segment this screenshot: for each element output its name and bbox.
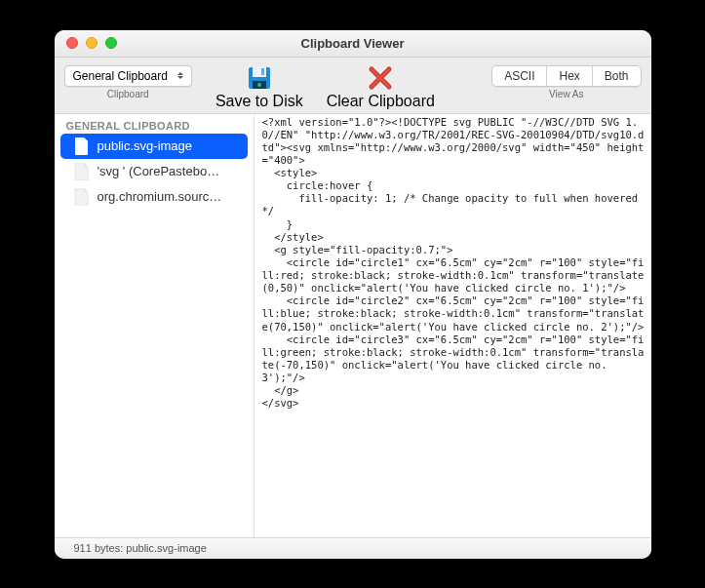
clear-caption: Clear Clipboard [327,93,435,110]
viewas-both[interactable]: Both [592,66,641,86]
file-icon [74,188,90,206]
sidebar-item-label: org.chromium.sourc… [98,189,222,204]
x-icon [366,63,395,93]
sidebar-item-chromium-source[interactable]: org.chromium.sourc… [60,184,248,210]
window-title: Clipboard Viewer [55,36,651,51]
status-text: 911 bytes: public.svg-image [74,542,207,554]
viewas-segmented: ASCII Hex Both [491,65,641,87]
viewas-hex[interactable]: Hex [546,66,591,86]
clipboard-dropdown-value: General Clipboard [73,69,168,83]
clipboard-dropdown-caption: Clipboard [107,89,149,99]
viewas-group: ASCII Hex Both View As [491,61,641,99]
sidebar-item-label: public.svg-image [98,138,193,153]
chevron-updown-icon [174,72,187,79]
save-caption: Save to Disk [215,93,303,110]
svg-point-4 [257,83,261,87]
sidebar-item-public-svg[interactable]: public.svg-image [60,134,248,159]
save-to-disk-button[interactable]: Save to Disk [215,61,303,110]
clipboard-selector-group: General Clipboard Clipboard [64,61,192,99]
titlebar: Clipboard Viewer [55,30,651,58]
content-viewer[interactable]: <?xml version="1.0"?><!DOCTYPE svg PUBLI… [255,114,651,537]
file-icon [74,137,90,155]
file-icon [74,163,90,180]
viewas-caption: View As [549,89,583,99]
sidebar: GENERAL CLIPBOARD public.svg-image 'svg … [55,114,255,537]
toolbar: General Clipboard Clipboard Save to Disk [55,58,651,114]
sidebar-section-header: GENERAL CLIPBOARD [55,116,254,134]
floppy-disk-icon [245,63,274,93]
clipboard-dropdown[interactable]: General Clipboard [64,65,192,87]
clear-clipboard-button[interactable]: Clear Clipboard [327,61,435,110]
app-window: Clipboard Viewer General Clipboard Clipb… [55,30,651,559]
viewas-ascii[interactable]: ASCII [492,66,546,86]
svg-rect-3 [261,68,264,75]
statusbar: 911 bytes: public.svg-image [55,537,651,559]
sidebar-item-label: 'svg ' (CorePastebo… [98,164,220,178]
sidebar-item-svg-corepaste[interactable]: 'svg ' (CorePastebo… [60,159,248,184]
content-area: GENERAL CLIPBOARD public.svg-image 'svg … [55,114,651,537]
